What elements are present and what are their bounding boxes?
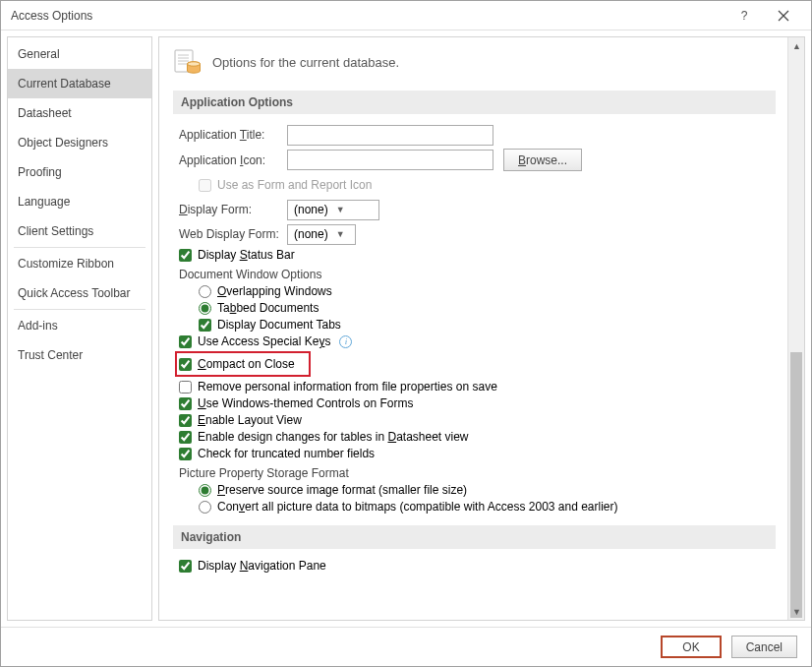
sidebar-separator <box>14 247 145 248</box>
access-options-dialog: Access Options ? General Current Databas… <box>0 0 812 667</box>
web-display-form-select[interactable]: (none)▼ <box>287 224 356 245</box>
close-button[interactable] <box>764 2 803 30</box>
sidebar-item-datasheet[interactable]: Datasheet <box>8 98 151 128</box>
svg-point-6 <box>188 62 201 66</box>
scroll-up-arrow[interactable]: ▲ <box>788 37 805 54</box>
use-windows-themed-checkbox[interactable]: Use Windows-themed Controls on Forms <box>179 396 776 410</box>
enable-layout-view-checkbox[interactable]: Enable Layout View <box>179 413 776 427</box>
dialog-footer: OK Cancel <box>1 627 811 666</box>
check-truncated-checkbox[interactable]: Check for truncated number fields <box>179 447 776 460</box>
display-navigation-pane-checkbox[interactable]: Display Navigation Pane <box>179 559 776 573</box>
compact-on-close-checkbox[interactable]: Compact on Close <box>179 357 295 371</box>
preserve-image-format-radio[interactable]: Preserve source image format (smaller fi… <box>179 483 776 497</box>
scroll-thumb[interactable] <box>790 352 802 618</box>
application-icon-label: Application Icon: <box>179 153 287 167</box>
browse-button[interactable]: Browse... <box>503 149 582 171</box>
content-panel: Options for the current database. Applic… <box>158 36 805 621</box>
sidebar-item-trust-center[interactable]: Trust Center <box>8 340 151 370</box>
sidebar-item-object-designers[interactable]: Object Designers <box>8 128 151 157</box>
use-access-special-keys-checkbox[interactable]: Use Access Special Keys i <box>179 334 776 348</box>
sidebar-item-general[interactable]: General <box>8 39 151 69</box>
titlebar: Access Options ? <box>1 1 811 30</box>
page-heading: Options for the current database. <box>212 55 399 70</box>
display-form-select[interactable]: (none)▼ <box>287 200 379 220</box>
sidebar-item-language[interactable]: Language <box>8 187 151 216</box>
help-button[interactable]: ? <box>725 2 764 30</box>
sidebar-item-quick-access-toolbar[interactable]: Quick Access Toolbar <box>8 278 151 308</box>
sidebar-separator <box>14 309 145 310</box>
sidebar-item-proofing[interactable]: Proofing <box>8 157 151 187</box>
database-options-icon <box>173 47 203 77</box>
tabbed-documents-radio[interactable]: Tabbed Documents <box>179 301 776 315</box>
compact-on-close-highlight: Compact on Close <box>175 351 311 377</box>
info-icon[interactable]: i <box>339 335 352 348</box>
use-as-form-icon-checkbox: Use as Form and Report Icon <box>199 178 372 192</box>
remove-personal-info-checkbox[interactable]: Remove personal information from file pr… <box>179 380 776 394</box>
display-status-bar-checkbox[interactable]: Display Status Bar <box>179 248 776 262</box>
sidebar-item-customize-ribbon[interactable]: Customize Ribbon <box>8 249 151 278</box>
sidebar-item-current-database[interactable]: Current Database <box>8 69 151 98</box>
web-display-form-label: Web Display Form: <box>179 227 287 241</box>
enable-design-changes-checkbox[interactable]: Enable design changes for tables in Data… <box>179 430 776 444</box>
section-application-options: Application Options <box>173 91 776 114</box>
picture-storage-label: Picture Property Storage Format <box>179 466 776 480</box>
ok-button[interactable]: OK <box>661 636 721 658</box>
scroll-down-arrow[interactable]: ▼ <box>788 603 805 620</box>
cancel-button[interactable]: Cancel <box>731 636 797 658</box>
document-window-options-label: Document Window Options <box>179 268 776 281</box>
window-title: Access Options <box>11 9 725 23</box>
application-title-input[interactable] <box>287 125 493 146</box>
sidebar-item-client-settings[interactable]: Client Settings <box>8 216 151 246</box>
application-title-label: Application Title: <box>179 128 287 142</box>
category-sidebar: General Current Database Datasheet Objec… <box>7 36 152 621</box>
chevron-down-icon: ▼ <box>336 229 345 239</box>
chevron-down-icon: ▼ <box>336 205 345 214</box>
sidebar-item-add-ins[interactable]: Add-ins <box>8 311 151 340</box>
vertical-scrollbar[interactable]: ▲ ▼ <box>787 37 804 620</box>
overlapping-windows-radio[interactable]: Overlapping Windows <box>179 284 776 298</box>
application-icon-input[interactable] <box>287 150 493 170</box>
section-navigation: Navigation <box>173 525 776 549</box>
display-form-label: Display Form: <box>179 203 287 216</box>
convert-to-bitmaps-radio[interactable]: Convert all picture data to bitmaps (com… <box>179 500 776 514</box>
display-document-tabs-checkbox[interactable]: Display Document Tabs <box>179 318 776 332</box>
